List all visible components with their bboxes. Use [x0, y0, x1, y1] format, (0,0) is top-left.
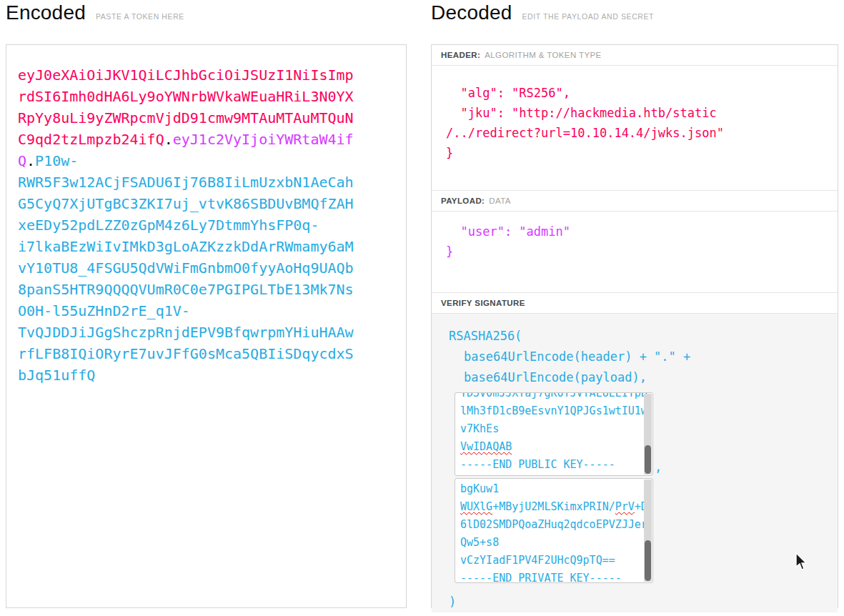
jwt-debugger-page: Encoded PASTE A TOKEN HERE eyJ0eXAiOiJKV… [0, 0, 844, 616]
signature-comma: , [655, 460, 662, 475]
decoded-header-json-editor[interactable]: "alg": "RS256", "jku": "http://hackmedia… [432, 66, 838, 191]
private-key-scrollbar-thumb[interactable] [645, 540, 651, 581]
public-key-text[interactable]: TD5V0mJJXTaj7gK0TJVYAEUEEIYpBlMh3fD1cB9e… [455, 392, 652, 474]
encoded-token-text[interactable]: eyJ0eXAiOiJKV1QiLCJhbGciOiJSUzI1NiIsImpr… [18, 64, 355, 386]
verify-signature-label: VERIFY SIGNATURE [441, 299, 525, 307]
header-section-label: HEADER: [441, 51, 480, 59]
payload-section-label-row: PAYLOAD: DATA [432, 191, 838, 212]
token-signature-part[interactable]: P10w-RWR5F3w12ACjFSADU6Ij76B8IiLmUzxbN1A… [18, 152, 354, 384]
token-dot-1: . [164, 131, 173, 148]
private-key-textarea[interactable]: bgKuw1WUXlG+MByjU2MLSKimxPRIN/PrV+D6lD02… [455, 478, 653, 583]
decoded-panel: HEADER: ALGORITHM & TOKEN TYPE "alg": "R… [431, 44, 838, 608]
token-dot-2: . [26, 152, 35, 169]
encoded-title: Encoded [6, 1, 86, 24]
payload-section-label: PAYLOAD: [441, 197, 485, 205]
private-key-scrollbar[interactable] [644, 480, 652, 582]
signature-algorithm-line: RSASHA256( [449, 326, 838, 347]
signature-encode-payload-line: base64UrlEncode(payload), [449, 367, 838, 388]
public-key-textarea[interactable]: TD5V0mJJXTaj7gK0TJVYAEUEEIYpBlMh3fD1cB9e… [455, 392, 653, 476]
private-key-row: bgKuw1WUXlG+MByjU2MLSKimxPRIN/PrV+D6lD02… [449, 476, 838, 583]
decoded-title: Decoded [431, 1, 512, 24]
mouse-cursor-icon [795, 552, 808, 571]
header-section-label-row: HEADER: ALGORITHM & TOKEN TYPE [432, 45, 838, 66]
decoded-subtitle: EDIT THE PAYLOAD AND SECRET [522, 12, 654, 21]
encoded-subtitle: PASTE A TOKEN HERE [96, 12, 184, 21]
encoded-token-editor[interactable]: eyJ0eXAiOiJKV1QiLCJhbGciOiJSUzI1NiIsImpr… [6, 44, 407, 608]
payload-section-sublabel: DATA [489, 197, 511, 205]
encoded-heading: Encoded PASTE A TOKEN HERE [6, 1, 184, 24]
public-key-row: TD5V0mJJXTaj7gK0TJVYAEUEEIYpBlMh3fD1cB9e… [449, 388, 838, 476]
public-key-scrollbar-thumb[interactable] [645, 445, 651, 474]
signature-close-paren: ) [449, 592, 838, 612]
signature-encode-header-line: base64UrlEncode(header) + "." + [449, 347, 838, 367]
public-key-scrollbar[interactable] [644, 394, 652, 475]
verify-signature-label-row: VERIFY SIGNATURE [432, 293, 838, 314]
private-key-text[interactable]: bgKuw1WUXlG+MByjU2MLSKimxPRIN/PrV+D6lD02… [455, 480, 652, 583]
header-section-sublabel: ALGORITHM & TOKEN TYPE [485, 51, 601, 59]
decoded-heading: Decoded EDIT THE PAYLOAD AND SECRET [431, 1, 654, 24]
verify-signature-content: RSASHA256( base64UrlEncode(header) + "."… [432, 314, 838, 612]
decoded-payload-json-editor[interactable]: "user": "admin" } [432, 212, 838, 293]
